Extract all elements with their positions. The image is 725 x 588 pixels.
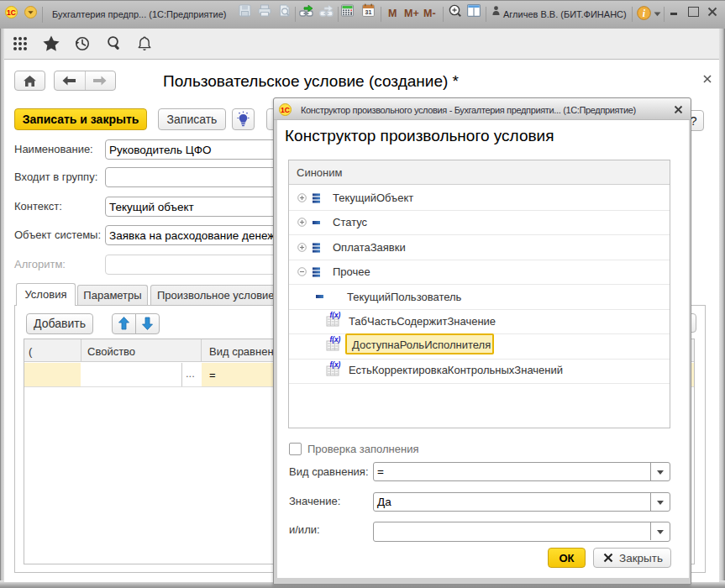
svg-text:31: 31: [365, 9, 372, 15]
svg-text:f(x): f(x): [330, 312, 341, 319]
svg-text:f(x): f(x): [330, 336, 341, 344]
svg-text:f(x): f(x): [330, 361, 341, 369]
svg-text:1C: 1C: [281, 106, 290, 114]
svg-text:1C: 1C: [7, 8, 16, 17]
